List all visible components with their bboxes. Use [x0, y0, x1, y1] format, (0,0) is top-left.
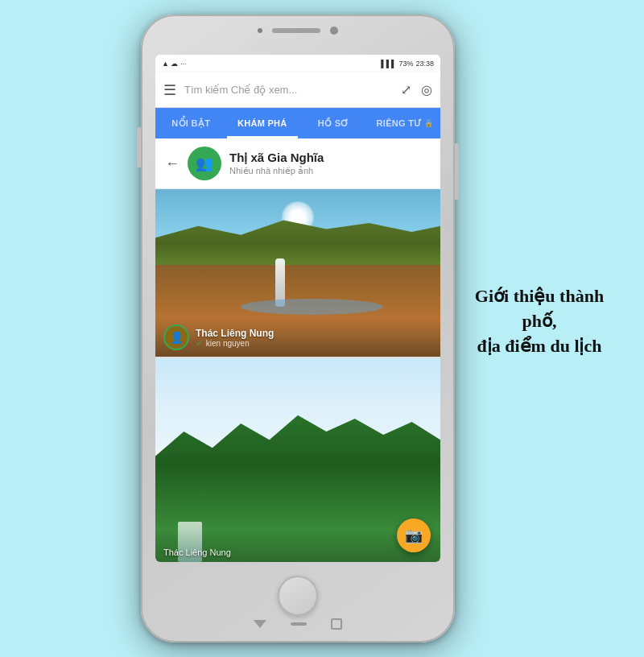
phone-wrapper: ▲ ☁ ··· ▌▌▌ 73% 23:38 ☰ Tìm kiếm Chế độ …	[141, 14, 455, 643]
verified-badge: ✓	[196, 339, 202, 348]
status-bar: ▲ ☁ ··· ▌▌▌ 73% 23:38	[155, 55, 440, 72]
photo-card-1[interactable]: 👤 Thác Liêng Nung ✓ kien nguyen	[155, 189, 440, 358]
photo2-label: Thác Liêng Nung	[163, 548, 231, 557]
hamburger-icon[interactable]: ☰	[163, 81, 176, 99]
overview-icon[interactable]	[331, 618, 342, 630]
location-name: Thị xã Gia Nghĩa	[229, 151, 431, 165]
tab-private-label: RIÊNG TƯ	[377, 118, 422, 129]
lock-icon: 🔒	[424, 119, 433, 127]
content-area: ← 👥 Thị xã Gia Nghĩa Nhiều nhà nhiếp ảnh	[155, 138, 440, 562]
search-actions: ⤢ ◎	[401, 82, 432, 97]
camera-icon: 📷	[405, 527, 423, 544]
back-button[interactable]: ←	[165, 155, 180, 172]
photos-container: 👤 Thác Liêng Nung ✓ kien nguyen	[155, 189, 440, 562]
photographer-icon: 👤	[170, 331, 184, 344]
bottom-nav-bar	[254, 618, 342, 630]
nav-tabs: NỔI BẬT KHÁM PHÁ HỒ SƠ RIÊNG TƯ 🔒	[155, 108, 440, 138]
photographer-avatar: 👤	[163, 324, 189, 350]
search-bar[interactable]: ☰ Tìm kiếm Chế độ xem... ⤢ ◎	[155, 72, 440, 108]
tab-private[interactable]: RIÊNG TƯ 🔒	[369, 108, 441, 138]
photo-overlay: 👤 Thác Liêng Nung ✓ kien nguyen	[155, 318, 440, 357]
location-header: ← 👥 Thị xã Gia Nghĩa Nhiều nhà nhiếp ảnh	[155, 138, 440, 189]
location-avatar: 👥	[188, 147, 221, 180]
annotation-line2: địa điểm du lịch	[477, 335, 602, 355]
status-left-icons: ▲ ☁ ···	[162, 60, 186, 68]
tab-explore[interactable]: KHÁM PHÁ	[227, 108, 299, 138]
expand-icon[interactable]: ⤢	[401, 82, 411, 97]
tab-notable-label: NỔI BẬT	[171, 118, 210, 129]
phone-top-bar	[258, 27, 338, 35]
signal-strength: ▌▌▌	[381, 60, 396, 68]
battery-level: 73%	[398, 60, 413, 68]
camera-fab-button[interactable]: 📷	[397, 519, 431, 552]
tab-profile[interactable]: HỒ SƠ	[298, 108, 369, 138]
clock: 23:38	[415, 60, 434, 68]
back-nav-icon[interactable]	[254, 620, 266, 628]
annotation-text: Giới thiệu thành phố, địa điểm du lịch	[459, 284, 620, 358]
speaker	[272, 28, 320, 33]
author-name: kien nguyen	[206, 339, 250, 348]
home-button[interactable]	[278, 576, 318, 616]
location-subtitle: Nhiều nhà nhiếp ảnh	[229, 166, 431, 176]
sensor	[258, 28, 262, 33]
tab-profile-label: HỒ SƠ	[318, 118, 349, 129]
phone-bottom	[141, 562, 455, 643]
annotation-line1: Giới thiệu thành phố,	[475, 286, 604, 331]
photo-card-2[interactable]: Thác Liêng Nung 📷	[155, 358, 440, 562]
tab-notable[interactable]: NỔI BẬT	[155, 108, 227, 138]
photo-author: ✓ kien nguyen	[196, 339, 432, 348]
status-right-info: ▌▌▌ 73% 23:38	[381, 60, 434, 68]
pool-area	[241, 299, 383, 315]
notification-icons: ▲ ☁ ···	[162, 60, 186, 68]
recent-apps-icon[interactable]	[291, 622, 307, 626]
search-placeholder: Tìm kiếm Chế độ xem...	[184, 84, 297, 96]
screen: ▲ ☁ ··· ▌▌▌ 73% 23:38 ☰ Tìm kiếm Chế độ …	[155, 55, 440, 562]
tab-explore-label: KHÁM PHÁ	[237, 118, 287, 128]
location-info: Thị xã Gia Nghĩa Nhiều nhà nhiếp ảnh	[229, 151, 431, 176]
photo-place-name: Thác Liêng Nung	[196, 328, 432, 339]
avatar-icon: 👥	[196, 155, 213, 172]
front-camera	[330, 27, 338, 35]
search-input[interactable]: Tìm kiếm Chế độ xem...	[184, 84, 393, 96]
phone-shell: ▲ ☁ ··· ▌▌▌ 73% 23:38 ☰ Tìm kiếm Chế độ …	[141, 14, 455, 643]
location-icon[interactable]: ◎	[421, 82, 432, 97]
photo-label-info: Thác Liêng Nung ✓ kien nguyen	[196, 328, 432, 348]
